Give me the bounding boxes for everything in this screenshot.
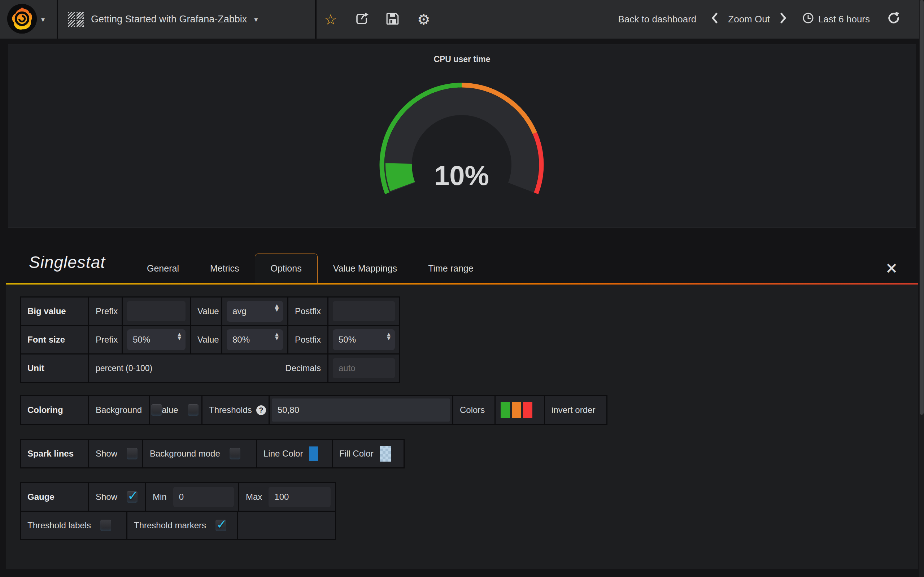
show-label: Show <box>89 449 124 459</box>
back-to-dashboard-button[interactable]: Back to dashboard <box>618 14 696 25</box>
save-button[interactable] <box>386 9 400 30</box>
question-circle-icon[interactable]: ? <box>256 405 266 415</box>
tab-underline <box>6 283 918 285</box>
prefix-label: Prefix <box>89 306 124 316</box>
gauge-show-label: Show <box>89 492 124 502</box>
time-range-picker[interactable]: Last 6 hours <box>802 12 870 26</box>
threshold-labels-checkbox[interactable] <box>100 520 111 531</box>
editor-tabs: General Metrics Options Value Mappings T… <box>131 253 489 283</box>
colors-label: Colors <box>453 405 491 415</box>
tab-time-range[interactable]: Time range <box>412 253 489 283</box>
tab-value-mappings[interactable]: Value Mappings <box>318 253 412 283</box>
prefix-size-selected: 50% <box>133 335 150 345</box>
tab-metrics[interactable]: Metrics <box>195 253 255 283</box>
time-shift-left-button[interactable] <box>711 12 719 27</box>
close-icon: × <box>885 259 898 277</box>
value-checkbox[interactable] <box>188 404 199 416</box>
time-shift-right-button[interactable] <box>779 12 787 27</box>
tab-general[interactable]: General <box>131 253 195 283</box>
panel-title[interactable]: CPU user time <box>8 55 916 64</box>
value-size-select[interactable]: 80% ▲▼ <box>227 329 283 350</box>
grafana-app: ▾ Getting Started with Grafana-Zabbix ▾ … <box>0 0 924 577</box>
gauge-min-input[interactable] <box>173 487 234 507</box>
background-checkbox[interactable] <box>151 404 162 416</box>
spark-lines-row: Spark lines Show Background mode Line Co… <box>21 440 404 467</box>
dashboard-title-dropdown[interactable]: Getting Started with Grafana-Zabbix ▾ <box>68 0 258 39</box>
big-value-prefix-input[interactable] <box>127 301 186 321</box>
big-value-postfix-input[interactable] <box>333 301 395 321</box>
scrollbar-track[interactable] <box>919 0 924 577</box>
navbar-actions: ☆ <box>323 0 431 39</box>
time-range-label: Last 6 hours <box>818 14 870 25</box>
line-color-label: Line Color <box>257 449 309 459</box>
navbar-separator <box>57 0 58 39</box>
value-options-table: Big value Prefix Value avg ▲▼ Postfix Fo… <box>20 297 400 383</box>
logo-caret-icon: ▾ <box>41 15 45 24</box>
tab-options[interactable]: Options <box>255 253 318 283</box>
background-mode-checkbox[interactable] <box>229 448 241 459</box>
panel-type-title: Singlestat <box>29 253 105 272</box>
font-size-section-label: Font size <box>21 335 71 345</box>
orange-color-swatch[interactable] <box>512 402 521 418</box>
coloring-section-label: Coloring <box>21 405 69 415</box>
grafana-logo-menu[interactable]: ▾ <box>6 2 57 36</box>
gauge-show-checkbox[interactable]: ✓ <box>127 491 137 503</box>
star-icon: ☆ <box>324 12 337 27</box>
share-button[interactable] <box>354 9 369 30</box>
green-color-swatch[interactable] <box>501 402 510 418</box>
share-icon <box>354 11 369 27</box>
postfix-size-selected: 50% <box>339 335 356 345</box>
sparkline-show-checkbox[interactable] <box>127 448 137 459</box>
line-color-swatch[interactable] <box>309 446 318 461</box>
value-size-selected: 80% <box>233 335 250 345</box>
refresh-button[interactable] <box>887 11 900 27</box>
unit-picker-link[interactable]: percent (0-100) <box>89 364 159 373</box>
gauge-section-label: Gauge <box>21 492 61 502</box>
max-label: Max <box>239 492 268 502</box>
red-color-swatch[interactable] <box>523 402 532 418</box>
postfix-size-select[interactable]: 50% ▲▼ <box>333 329 395 350</box>
coloring-row: Coloring Background Value Thresholds ? C… <box>21 396 606 424</box>
threshold-toggles-row: Threshold labels Threshold markers ✓ <box>21 512 335 539</box>
spinner-icon: ▲▼ <box>178 332 181 340</box>
big-value-section-label: Big value <box>21 306 73 316</box>
value-stat-select[interactable]: avg ▲▼ <box>227 301 283 322</box>
singlestat-panel: CPU user time 10% <box>8 44 916 227</box>
gauge-value: 10% <box>434 160 489 191</box>
unit-row: Unit percent (0-100) Decimals <box>21 355 399 382</box>
threshold-markers-checkbox[interactable]: ✓ <box>215 520 226 531</box>
coloring-table: Coloring Background Value Thresholds ? C… <box>20 395 607 425</box>
spark-lines-table: Spark lines Show Background mode Line Co… <box>20 439 405 469</box>
grafana-logo-icon <box>6 3 37 36</box>
spinner-icon: ▲▼ <box>387 332 391 340</box>
close-editor-button[interactable]: × <box>881 257 902 279</box>
decimals-input[interactable] <box>333 358 395 378</box>
prefix-size-select[interactable]: 50% ▲▼ <box>127 329 186 350</box>
scrollbar-thumb[interactable] <box>920 0 924 415</box>
decimals-label: Decimals <box>279 363 327 373</box>
value-label: Value <box>191 335 226 345</box>
navbar: ▾ Getting Started with Grafana-Zabbix ▾ … <box>0 0 924 39</box>
gauge-max-input[interactable] <box>268 487 331 507</box>
dashboard-title: Getting Started with Grafana-Zabbix <box>91 14 247 25</box>
refresh-icon <box>887 16 900 27</box>
gauge: 10% <box>368 81 556 204</box>
invert-order-link[interactable]: invert order <box>545 405 602 415</box>
spinner-icon: ▲▼ <box>275 332 279 340</box>
navbar-separator <box>315 0 317 39</box>
prefix-label: Prefix <box>89 335 124 345</box>
settings-button[interactable]: ⚙ <box>417 9 431 30</box>
zoom-out-button[interactable]: Zoom Out <box>728 14 770 25</box>
thresholds-input[interactable] <box>272 398 450 422</box>
postfix-label: Postfix <box>288 335 327 345</box>
save-icon <box>386 12 399 27</box>
big-value-row: Big value Prefix Value avg ▲▼ Postfix <box>21 298 399 325</box>
star-button[interactable]: ☆ <box>323 9 338 30</box>
fill-color-swatch[interactable] <box>380 446 391 462</box>
value-stat-selected: avg <box>233 306 247 316</box>
fill-color-label: Fill Color <box>333 449 380 459</box>
background-label: Background <box>89 405 149 415</box>
gauge-row: Gauge Show ✓ Min Max <box>21 483 335 511</box>
gauge-options-table: Gauge Show ✓ Min Max Threshold labels Th… <box>20 482 336 540</box>
postfix-label: Postfix <box>288 306 327 316</box>
